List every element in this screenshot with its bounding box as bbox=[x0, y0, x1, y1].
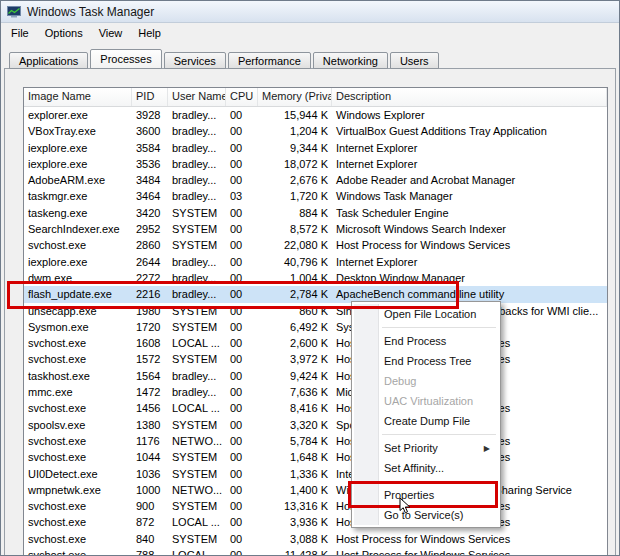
table-row[interactable]: svchost.exe900SYSTEM0013,316 KHost Proce… bbox=[24, 498, 607, 514]
table-row[interactable]: svchost.exe1044SYSTEM001,648 KHost Proce… bbox=[24, 449, 607, 465]
column-header-user-name[interactable]: User Name bbox=[168, 88, 226, 106]
menu-separator bbox=[382, 434, 496, 435]
table-row[interactable]: svchost.exe2860SYSTEM0022,080 KHost Proc… bbox=[24, 237, 607, 253]
cell-cpu: 00 bbox=[226, 123, 258, 139]
cell-user: SYSTEM bbox=[168, 221, 226, 237]
menu-item-set-priority[interactable]: Set Priority▶ bbox=[354, 438, 498, 458]
column-header-memory-priva[interactable]: Memory (Priva... bbox=[258, 88, 332, 106]
cell-image: svchost.exe bbox=[24, 400, 132, 416]
menu-item-end-process[interactable]: End Process bbox=[354, 331, 498, 351]
tab-networking[interactable]: Networking bbox=[313, 52, 388, 69]
cell-cpu: 00 bbox=[226, 107, 258, 123]
table-row[interactable]: taskhost.exe1564bradley...009,424 KHost … bbox=[24, 368, 607, 384]
tab-performance[interactable]: Performance bbox=[228, 52, 311, 69]
cell-pid: 3600 bbox=[132, 123, 168, 139]
cell-pid: 3536 bbox=[132, 156, 168, 172]
cell-image: iexplore.exe bbox=[24, 140, 132, 156]
menubar-item-help[interactable]: Help bbox=[130, 25, 169, 41]
tab-applications[interactable]: Applications bbox=[9, 52, 88, 69]
table-row[interactable]: svchost.exe1608LOCAL ...002,600 KHost Pr… bbox=[24, 335, 607, 351]
table-row[interactable]: iexplore.exe2644bradley...0040,796 KInte… bbox=[24, 254, 607, 270]
tab-strip: ApplicationsProcessesServicesPerformance… bbox=[9, 49, 441, 69]
cell-user: LOCAL ... bbox=[168, 400, 226, 416]
list-body: explorer.exe3928bradley...0015,944 KWind… bbox=[24, 107, 607, 556]
cell-description: VirtualBox Guest Additions Tray Applicat… bbox=[332, 123, 607, 139]
cell-cpu: 00 bbox=[226, 237, 258, 253]
menu-item-end-process-tree[interactable]: End Process Tree bbox=[354, 351, 498, 371]
menu-item-set-affinity[interactable]: Set Affinity... bbox=[354, 458, 498, 478]
menu-bar: FileOptionsViewHelp bbox=[1, 23, 619, 43]
cell-memory: 6,492 K bbox=[258, 319, 332, 335]
cell-cpu: 00 bbox=[226, 140, 258, 156]
menubar-item-view[interactable]: View bbox=[91, 25, 131, 41]
table-row[interactable]: VBoxTray.exe3600bradley...001,204 KVirtu… bbox=[24, 123, 607, 139]
table-row[interactable]: mmc.exe1472bradley...007,636 KMicrosoft … bbox=[24, 384, 607, 400]
process-list[interactable]: Image NamePIDUser NameCPUMemory (Priva..… bbox=[23, 87, 608, 556]
cell-cpu: 00 bbox=[226, 335, 258, 351]
table-row[interactable]: SearchIndexer.exe2952SYSTEM008,572 KMicr… bbox=[24, 221, 607, 237]
cell-description: Internet Explorer bbox=[332, 254, 607, 270]
menu-item-go-to-service-s[interactable]: Go to Service(s) bbox=[354, 505, 498, 525]
table-row[interactable]: svchost.exe1572SYSTEM003,972 KHost Proce… bbox=[24, 351, 607, 367]
table-row[interactable]: svchost.exe840SYSTEM003,088 KHost Proces… bbox=[24, 531, 607, 547]
app-icon bbox=[7, 5, 21, 19]
cell-user: LOCAL ... bbox=[168, 335, 226, 351]
cell-pid: 3464 bbox=[132, 188, 168, 204]
cell-image: svchost.exe bbox=[24, 237, 132, 253]
cell-image: explorer.exe bbox=[24, 107, 132, 123]
table-row[interactable]: UI0Detect.exe1036SYSTEM001,336 KInteract… bbox=[24, 466, 607, 482]
menubar-item-options[interactable]: Options bbox=[37, 25, 91, 41]
table-row[interactable]: Sysmon.exe1720SYSTEM006,492 KSystem acti… bbox=[24, 319, 607, 335]
cell-memory: 1,648 K bbox=[258, 449, 332, 465]
table-row[interactable]: wmpnetwk.exe1000NETWO...001,400 KWindows… bbox=[24, 482, 607, 498]
table-row[interactable]: svchost.exe872LOCAL ...003,936 KHost Pro… bbox=[24, 514, 607, 530]
cell-cpu: 00 bbox=[226, 319, 258, 335]
column-header-pid[interactable]: PID bbox=[132, 88, 168, 106]
menu-item-create-dump-file[interactable]: Create Dump File bbox=[354, 411, 498, 431]
cell-pid: 900 bbox=[132, 498, 168, 514]
cell-user: bradley... bbox=[168, 254, 226, 270]
cell-cpu: 00 bbox=[226, 417, 258, 433]
table-row[interactable]: iexplore.exe3584bradley...009,344 KInter… bbox=[24, 140, 607, 156]
window-title: Windows Task Manager bbox=[27, 5, 154, 19]
menubar-item-file[interactable]: File bbox=[3, 25, 37, 41]
table-row[interactable]: svchost.exe1456LOCAL ...008,416 KHost Pr… bbox=[24, 400, 607, 416]
table-row[interactable]: AdobeARM.exe3484bradley...002,676 KAdobe… bbox=[24, 172, 607, 188]
cell-memory: 7,636 K bbox=[258, 384, 332, 400]
menu-separator bbox=[382, 327, 496, 328]
cell-memory: 1,336 K bbox=[258, 466, 332, 482]
tab-services[interactable]: Services bbox=[164, 52, 226, 69]
table-row[interactable]: svchost.exe788LOCAL ...0011,428 KHost Pr… bbox=[24, 547, 607, 556]
table-row[interactable]: taskmgr.exe3464bradley...031,720 KWindow… bbox=[24, 188, 607, 204]
table-row[interactable]: spoolsv.exe1380SYSTEM003,320 KSpooler Su… bbox=[24, 417, 607, 433]
cell-pid: 3420 bbox=[132, 205, 168, 221]
table-row[interactable]: explorer.exe3928bradley...0015,944 KWind… bbox=[24, 107, 607, 123]
tab-users[interactable]: Users bbox=[390, 52, 439, 69]
cell-image: VBoxTray.exe bbox=[24, 123, 132, 139]
table-row[interactable]: svchost.exe1176NETWO...005,784 KHost Pro… bbox=[24, 433, 607, 449]
cell-image: taskmgr.exe bbox=[24, 188, 132, 204]
table-row[interactable]: taskeng.exe3420SYSTEM00884 KTask Schedul… bbox=[24, 205, 607, 221]
cell-description: Host Process for Windows Services bbox=[332, 531, 607, 547]
cell-user: SYSTEM bbox=[168, 498, 226, 514]
menu-item-uac-virtualization: UAC Virtualization bbox=[354, 391, 498, 411]
cell-image: UI0Detect.exe bbox=[24, 466, 132, 482]
cell-image: svchost.exe bbox=[24, 433, 132, 449]
cell-image: mmc.exe bbox=[24, 384, 132, 400]
cell-pid: 1572 bbox=[132, 351, 168, 367]
cell-user: LOCAL ... bbox=[168, 514, 226, 530]
task-manager-window: Windows Task Manager FileOptionsViewHelp… bbox=[0, 0, 620, 556]
cell-memory: 15,944 K bbox=[258, 107, 332, 123]
cell-user: bradley... bbox=[168, 107, 226, 123]
column-header-description[interactable]: Description bbox=[332, 88, 607, 106]
cell-cpu: 00 bbox=[226, 498, 258, 514]
column-header-image-name[interactable]: Image Name bbox=[24, 88, 132, 106]
cell-memory: 3,088 K bbox=[258, 531, 332, 547]
tab-processes[interactable]: Processes bbox=[90, 49, 161, 69]
cell-pid: 2644 bbox=[132, 254, 168, 270]
table-row[interactable]: iexplore.exe3536bradley...0018,072 KInte… bbox=[24, 156, 607, 172]
column-header-cpu[interactable]: CPU bbox=[226, 88, 258, 106]
cell-user: NETWO... bbox=[168, 433, 226, 449]
cell-cpu: 00 bbox=[226, 514, 258, 530]
title-bar[interactable]: Windows Task Manager bbox=[1, 1, 619, 23]
